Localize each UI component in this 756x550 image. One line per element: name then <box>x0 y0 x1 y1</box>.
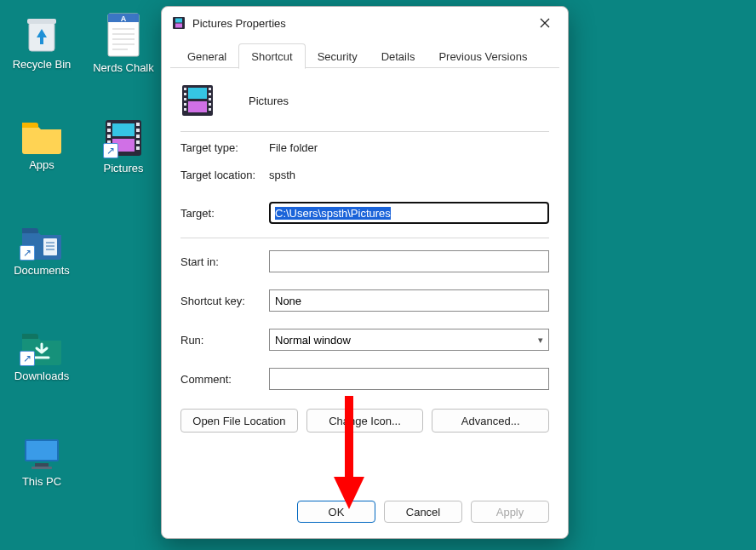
close-icon <box>540 18 550 28</box>
shortcut-overlay-icon: ↗ <box>20 351 35 366</box>
run-select-value: Normal window <box>275 334 351 347</box>
advanced-button[interactable]: Advanced... <box>432 409 549 433</box>
run-label: Run: <box>180 334 269 347</box>
apply-button[interactable]: Apply <box>471 501 549 523</box>
svg-rect-43 <box>209 88 211 90</box>
desktop-icon-this-pc[interactable]: This PC <box>3 434 80 488</box>
comment-label: Comment: <box>180 373 269 386</box>
svg-rect-11 <box>112 123 135 136</box>
svg-rect-19 <box>136 129 140 132</box>
shortcut-tab-pane: Pictures Target type: File folder Target… <box>162 68 568 489</box>
desktop-icon-label: Recycle Bin <box>13 58 72 71</box>
svg-rect-37 <box>188 101 207 112</box>
svg-rect-34 <box>175 24 182 28</box>
svg-rect-30 <box>35 463 49 467</box>
svg-rect-1 <box>27 19 56 24</box>
desktop-icon-downloads[interactable]: ↗ Downloads <box>3 329 80 382</box>
start-in-label: Start in: <box>180 255 269 268</box>
shortcut-key-input[interactable] <box>269 289 549 312</box>
svg-rect-42 <box>184 108 186 111</box>
svg-rect-47 <box>209 108 211 111</box>
close-button[interactable] <box>525 10 564 36</box>
svg-rect-20 <box>136 135 140 138</box>
svg-rect-33 <box>175 19 182 23</box>
tab-security[interactable]: Security <box>306 44 369 68</box>
dialog-title: Pictures Properties <box>192 17 525 30</box>
header-film-icon <box>180 83 215 117</box>
desktop-icon-label: This PC <box>22 475 61 488</box>
document-icon: A <box>102 12 145 58</box>
cancel-button[interactable]: Cancel <box>384 501 462 523</box>
svg-rect-41 <box>184 103 186 106</box>
svg-rect-13 <box>107 123 111 126</box>
shortcut-key-label: Shortcut key: <box>180 295 269 307</box>
shortcut-overlay-icon: ↗ <box>103 143 118 158</box>
monitor-icon <box>20 434 64 472</box>
target-label: Target: <box>180 207 269 220</box>
target-location-label: Target location: <box>180 169 269 181</box>
target-location-value: spsth <box>269 169 295 181</box>
svg-rect-46 <box>209 103 211 106</box>
comment-input[interactable] <box>269 368 549 390</box>
tab-strip: General Shortcut Security Details Previo… <box>162 39 568 68</box>
svg-rect-44 <box>209 93 211 95</box>
svg-rect-22 <box>136 146 140 150</box>
desktop-icon-apps[interactable]: Apps <box>3 117 80 171</box>
svg-rect-18 <box>136 123 140 126</box>
svg-rect-15 <box>107 135 111 138</box>
chevron-down-icon: ▾ <box>538 335 543 346</box>
tab-previous-versions[interactable]: Previous Versions <box>427 44 539 68</box>
svg-rect-31 <box>32 467 52 469</box>
svg-rect-45 <box>209 98 211 100</box>
tab-shortcut[interactable]: Shortcut <box>238 43 305 69</box>
desktop-icon-label: Documents <box>14 264 70 277</box>
start-in-input[interactable] <box>269 250 549 272</box>
desktop-icon-recycle-bin[interactable]: Recycle Bin <box>3 12 80 71</box>
open-file-location-button[interactable]: Open File Location <box>180 409 298 433</box>
folder-icon <box>20 117 64 155</box>
shortcut-name: Pictures <box>249 95 289 107</box>
svg-rect-21 <box>136 140 140 144</box>
svg-text:A: A <box>121 14 127 23</box>
svg-rect-23 <box>43 238 57 255</box>
run-select[interactable]: Normal window ▾ <box>269 329 549 351</box>
target-type-label: Target type: <box>180 141 269 154</box>
recycle-bin-icon <box>20 12 63 54</box>
shortcut-overlay-icon: ↗ <box>20 245 35 261</box>
desktop-icon-label: Nerds Chalk <box>93 61 154 74</box>
svg-rect-29 <box>26 441 57 460</box>
tab-general[interactable]: General <box>175 44 238 68</box>
properties-dialog: Pictures Properties General Shortcut Sec… <box>161 6 569 539</box>
dialog-footer: OK Cancel Apply <box>162 489 568 538</box>
svg-rect-38 <box>184 88 186 90</box>
svg-rect-40 <box>184 98 186 100</box>
svg-rect-36 <box>188 88 207 99</box>
desktop-icon-label: Pictures <box>104 162 144 175</box>
change-icon-button[interactable]: Change Icon... <box>306 409 424 433</box>
ok-button[interactable]: OK <box>297 501 375 523</box>
titlebar[interactable]: Pictures Properties <box>162 7 568 39</box>
target-input[interactable] <box>269 202 549 224</box>
target-type-value: File folder <box>269 141 318 154</box>
svg-rect-14 <box>107 129 111 132</box>
desktop-icon-label: Apps <box>29 158 54 171</box>
desktop-icon-pictures[interactable]: ↗ Pictures <box>85 117 162 175</box>
svg-rect-39 <box>184 93 186 95</box>
tab-details[interactable]: Details <box>369 44 427 68</box>
titlebar-film-icon <box>172 16 186 30</box>
desktop-icon-label: Downloads <box>14 370 69 382</box>
desktop-icon-nerds-chalk[interactable]: A Nerds Chalk <box>85 12 162 74</box>
desktop-icon-documents[interactable]: ↗ Documents <box>3 223 80 277</box>
